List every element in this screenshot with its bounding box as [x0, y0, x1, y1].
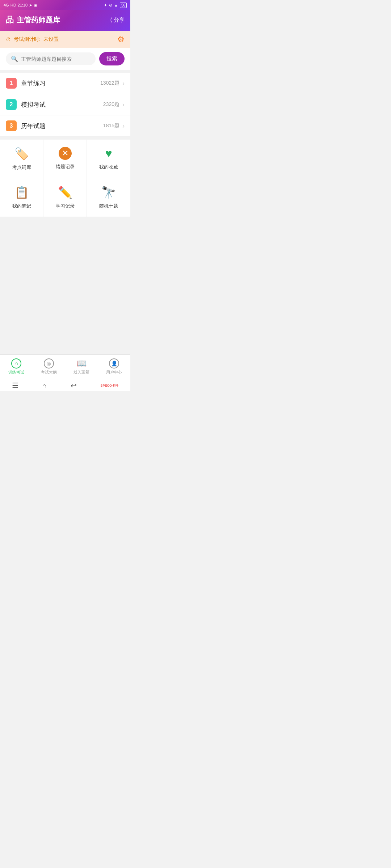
shoucang-icon: ♥ [105, 147, 112, 160]
grid-row-1: 🏷️ 考点词库 ✕ 错题记录 ♥ 我的收藏 [0, 140, 130, 178]
grid-row-2: 📋 我的笔记 ✏️ 学习记录 🔭 随机十题 [0, 178, 130, 217]
exam-countdown-bar: ⏱ 考试倒计时: 未设置 ⚙ [0, 31, 130, 48]
share-button[interactable]: ⟨ 分享 [110, 17, 125, 24]
nav-item-train[interactable]: ⌂ 训练考试 [0, 355, 33, 378]
category-name-1: 章节练习 [21, 79, 100, 88]
category-num-1: 1 [6, 78, 17, 89]
train-label: 训练考试 [8, 370, 24, 375]
search-bar: 🔍 搜索 [0, 48, 130, 70]
xuexi-label: 学习记录 [56, 203, 75, 209]
cuoti-label: 错题记录 [56, 163, 75, 170]
category-num-3: 3 [6, 120, 17, 131]
wifi-icon: ▲ [114, 3, 118, 7]
suiji-icon: 🔭 [101, 186, 116, 199]
category-item-2[interactable]: 2 模拟考试 2320题 › [0, 94, 130, 115]
settings-icon[interactable]: ⚙ [117, 35, 125, 44]
biji-icon: 📋 [14, 186, 29, 199]
clock-icon: ⏱ [6, 37, 11, 42]
category-name-3: 历年试题 [21, 122, 103, 130]
media-icon: ▣ [34, 3, 37, 8]
xuexi-icon: ✏️ [58, 186, 72, 199]
outline-label: 考试大纲 [41, 370, 57, 375]
outline-icon: ◎ [44, 358, 54, 369]
back-button[interactable]: ↩ [71, 381, 77, 390]
grid-item-biji[interactable]: 📋 我的笔记 [0, 178, 43, 217]
category-count-3: 1815题 [103, 123, 119, 129]
time-display: 21:10 [18, 3, 28, 7]
treasure-label: 过关宝箱 [73, 369, 89, 375]
bottom-nav: ⌂ 训练考试 ◎ 考试大纲 📖 过关宝箱 👤 用户中心 [0, 354, 130, 378]
biji-label: 我的笔记 [12, 203, 31, 209]
suiji-label: 随机十题 [99, 203, 118, 209]
search-input-wrapper: 🔍 [6, 52, 96, 65]
category-list: 1 章节练习 13022题 › 2 模拟考试 2320题 › 3 历年试题 18… [0, 73, 130, 137]
countdown-value: 未设置 [43, 36, 59, 43]
category-item-1[interactable]: 1 章节练习 13022题 › [0, 73, 130, 94]
speco-logo: SPECO卡科 [101, 383, 119, 388]
search-button[interactable]: 搜索 [99, 52, 125, 65]
app-title: 主管药师题库 [17, 15, 60, 25]
share-label: 分享 [114, 17, 125, 24]
category-item-3[interactable]: 3 历年试题 1815题 › [0, 115, 130, 137]
grid-item-cuoti[interactable]: ✕ 错题记录 [43, 140, 87, 178]
bluetooth-icon: ✦ [104, 3, 107, 8]
menu-button[interactable]: ☰ [12, 381, 18, 390]
kaodian-icon: 🏷️ [14, 147, 29, 161]
app-icon: 品 [6, 14, 14, 25]
train-icon: ⌂ [11, 358, 21, 369]
grid-section: 🏷️ 考点词库 ✕ 错题记录 ♥ 我的收藏 📋 我的笔记 ✏️ 学习记录 🔭 随… [0, 140, 130, 217]
user-label: 用户中心 [106, 370, 122, 375]
direction-icon: ➤ [29, 3, 32, 8]
nav-item-user[interactable]: 👤 用户中心 [98, 355, 130, 378]
status-bar: 4G HD 21:10 ➤ ▣ ✦ ⊙ ▲ 56 [0, 0, 130, 10]
hd-badge: HD [10, 3, 16, 7]
system-bar: ☰ ⌂ ↩ SPECO卡科 [0, 378, 130, 391]
signal-icon: 4G [4, 3, 9, 7]
alarm-icon: ⊙ [109, 3, 112, 8]
grid-item-kaodian[interactable]: 🏷️ 考点词库 [0, 140, 43, 178]
status-left: 4G HD 21:10 ➤ ▣ [4, 3, 37, 8]
chevron-icon-1: › [122, 80, 125, 87]
status-right: ✦ ⊙ ▲ 56 [104, 3, 127, 8]
category-name-2: 模拟考试 [21, 101, 103, 109]
shoucang-label: 我的收藏 [99, 164, 118, 170]
treasure-icon: 📖 [77, 359, 87, 368]
chevron-icon-3: › [122, 122, 125, 130]
share-icon: ⟨ [110, 17, 112, 23]
grid-item-xuexi[interactable]: ✏️ 学习记录 [43, 178, 87, 217]
kaodian-label: 考点词库 [12, 164, 31, 171]
category-count-1: 13022题 [100, 80, 119, 86]
countdown-label: 考试倒计时: [14, 36, 41, 43]
countdown-info: ⏱ 考试倒计时: 未设置 [6, 36, 59, 43]
grid-item-suiji[interactable]: 🔭 随机十题 [87, 178, 130, 217]
home-button[interactable]: ⌂ [42, 382, 47, 390]
header-left: 品 主管药师题库 [6, 14, 60, 25]
category-count-2: 2320题 [103, 101, 119, 108]
cuoti-icon: ✕ [59, 147, 72, 160]
empty-content-area [0, 217, 130, 354]
battery-indicator: 56 [120, 3, 127, 8]
search-input[interactable] [21, 56, 91, 62]
nav-item-outline[interactable]: ◎ 考试大纲 [33, 355, 65, 378]
nav-item-treasure[interactable]: 📖 过关宝箱 [65, 355, 98, 378]
category-num-2: 2 [6, 99, 17, 110]
user-icon: 👤 [109, 358, 119, 369]
header: 品 主管药师题库 ⟨ 分享 [0, 10, 130, 31]
chevron-icon-2: › [122, 101, 125, 109]
search-icon: 🔍 [11, 55, 18, 62]
grid-item-shoucang[interactable]: ♥ 我的收藏 [87, 140, 130, 178]
